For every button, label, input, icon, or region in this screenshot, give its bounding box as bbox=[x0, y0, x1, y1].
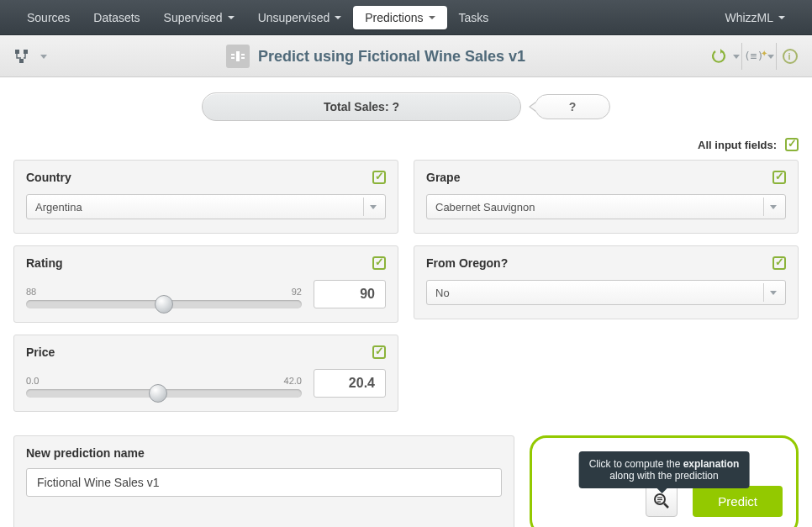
caret-down-icon bbox=[228, 16, 235, 19]
nav-item-tasks[interactable]: Tasks bbox=[447, 6, 501, 29]
price-value-box[interactable]: 20.4 bbox=[314, 369, 386, 398]
svg-text:i: i bbox=[788, 51, 791, 61]
predict-callout: Click to compute the explanation along w… bbox=[530, 435, 799, 527]
country-label: Country bbox=[26, 171, 71, 184]
title-bar: Predict using Fictional Wine Sales v1 (≡… bbox=[0, 35, 812, 77]
svg-rect-1 bbox=[24, 50, 28, 54]
price-slider[interactable] bbox=[26, 389, 302, 398]
caret-down-icon bbox=[335, 16, 341, 19]
tooltip-text-1a: Click to compute the bbox=[589, 458, 683, 470]
magnifier-list-icon bbox=[653, 493, 670, 509]
tooltip-text-2: along with the prediction bbox=[609, 470, 718, 482]
nav-item-label: Datasets bbox=[93, 11, 140, 24]
nav-item-label: Tasks bbox=[459, 11, 489, 24]
rating-slider[interactable] bbox=[26, 300, 302, 308]
rating-value-box[interactable]: 90 bbox=[314, 280, 386, 308]
rating-value: 90 bbox=[360, 287, 375, 302]
caret-down-icon bbox=[770, 291, 777, 295]
check-icon[interactable] bbox=[772, 256, 786, 270]
svg-rect-0 bbox=[15, 50, 19, 54]
nav-item-supervised[interactable]: Supervised bbox=[152, 6, 246, 29]
nav-whizzml[interactable]: WhizzML bbox=[713, 6, 797, 29]
nav-item-label: Supervised bbox=[164, 11, 223, 24]
panel-prediction-name: New prediction name bbox=[13, 435, 514, 527]
prediction-name-input[interactable] bbox=[26, 468, 502, 497]
price-value: 20.4 bbox=[349, 376, 375, 391]
rating-max: 92 bbox=[292, 287, 302, 297]
predict-button-label: Predict bbox=[718, 494, 757, 509]
svg-rect-5 bbox=[241, 54, 245, 55]
slider-knob[interactable] bbox=[149, 384, 167, 403]
caret-down-icon bbox=[770, 205, 777, 209]
nav-item-datasets[interactable]: Datasets bbox=[82, 6, 151, 29]
svg-rect-2 bbox=[19, 59, 24, 63]
nav-item-label: Unsupervised bbox=[258, 11, 330, 24]
panel-oregon: From Oregon? No bbox=[414, 245, 799, 319]
confidence-value: ? bbox=[569, 100, 577, 113]
all-input-fields-label: All input fields: bbox=[698, 139, 777, 151]
panel-grape: Grape Cabernet Sauvignon bbox=[414, 160, 799, 234]
panel-rating: Rating 88 92 90 bbox=[13, 245, 398, 323]
slider-knob[interactable] bbox=[155, 295, 173, 314]
svg-text:✦: ✦ bbox=[761, 50, 767, 58]
svg-rect-6 bbox=[241, 57, 245, 59]
nav-item-sources[interactable]: Sources bbox=[15, 6, 82, 29]
country-select[interactable]: Argentina bbox=[26, 194, 386, 219]
oregon-select[interactable]: No bbox=[426, 280, 786, 305]
oregon-label: From Oregon? bbox=[426, 256, 508, 270]
confidence-pill: ? bbox=[535, 94, 610, 119]
result-pill: Total Sales: ? bbox=[202, 92, 521, 121]
price-min: 0.0 bbox=[26, 376, 39, 386]
refresh-icon[interactable] bbox=[704, 42, 733, 71]
page-title: Predict using Fictional Wine Sales v1 bbox=[258, 48, 525, 66]
nav-item-label: Sources bbox=[27, 11, 70, 24]
tooltip-text-1b: explanation bbox=[683, 458, 740, 470]
svg-rect-3 bbox=[231, 54, 235, 55]
country-value: Argentina bbox=[35, 201, 82, 213]
svg-line-13 bbox=[664, 503, 668, 508]
check-icon bbox=[785, 138, 799, 151]
caret-down-icon bbox=[370, 205, 377, 209]
grape-select[interactable]: Cabernet Sauvignon bbox=[426, 194, 786, 219]
result-label: Total Sales: ? bbox=[324, 100, 399, 113]
caret-down-icon bbox=[767, 55, 774, 59]
check-icon[interactable] bbox=[372, 345, 386, 359]
check-icon[interactable] bbox=[372, 256, 386, 270]
caret-down-icon bbox=[778, 16, 785, 19]
caret-down-icon bbox=[733, 55, 740, 59]
check-icon[interactable] bbox=[772, 171, 786, 184]
all-input-fields-toggle[interactable]: All input fields: bbox=[13, 138, 799, 151]
nav-item-label: Predictions bbox=[365, 11, 423, 24]
script-action-icon[interactable]: (≡)✦ bbox=[744, 42, 767, 71]
caret-down-icon bbox=[40, 55, 47, 59]
prediction-name-label: New prediction name bbox=[26, 446, 502, 460]
svg-rect-7 bbox=[236, 51, 240, 61]
check-icon[interactable] bbox=[372, 171, 386, 184]
nav-item-predictions[interactable]: Predictions bbox=[353, 6, 446, 29]
grape-value: Cabernet Sauvignon bbox=[435, 201, 535, 213]
rating-label: Rating bbox=[26, 256, 63, 270]
caret-down-icon bbox=[429, 16, 435, 19]
nav-item-unsupervised[interactable]: Unsupervised bbox=[246, 6, 354, 29]
nav-whizzml-label: WhizzML bbox=[725, 11, 773, 24]
price-label: Price bbox=[26, 345, 55, 359]
explanation-tooltip: Click to compute the explanation along w… bbox=[579, 451, 750, 488]
grape-label: Grape bbox=[426, 171, 460, 184]
oregon-value: No bbox=[435, 287, 450, 299]
panel-country: Country Argentina bbox=[13, 160, 398, 234]
predict-button[interactable]: Predict bbox=[693, 486, 783, 517]
model-icon bbox=[226, 45, 250, 68]
price-max: 42.0 bbox=[284, 376, 302, 386]
svg-rect-4 bbox=[231, 57, 235, 59]
panel-price: Price 0.0 42.0 20.4 bbox=[13, 335, 398, 412]
workflow-menu-icon[interactable] bbox=[10, 42, 39, 71]
rating-min: 88 bbox=[26, 287, 36, 297]
info-icon[interactable]: i bbox=[778, 42, 802, 71]
top-nav: SourcesDatasetsSupervisedUnsupervisedPre… bbox=[0, 0, 812, 35]
result-row: Total Sales: ? ? bbox=[0, 77, 812, 138]
